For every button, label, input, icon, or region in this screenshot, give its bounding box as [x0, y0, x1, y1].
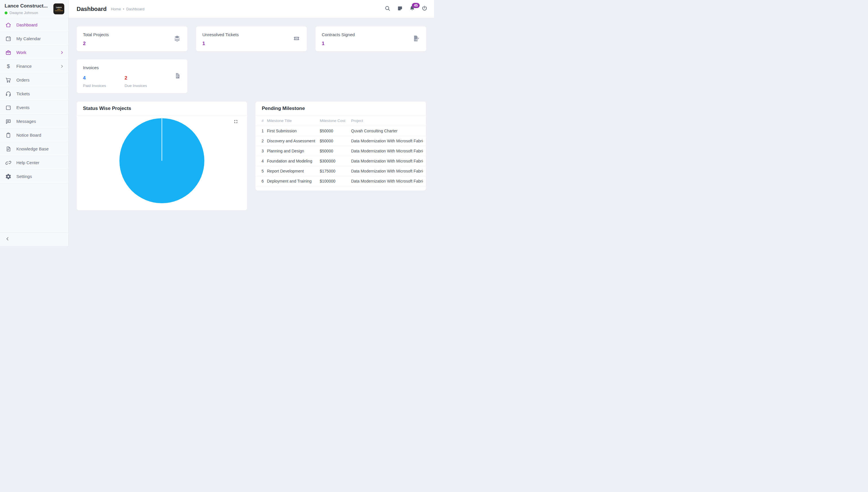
dollar-icon: $: [5, 63, 11, 70]
chevron-right-icon: [60, 50, 64, 55]
invoice-icon: [174, 72, 181, 81]
gear-icon: [5, 173, 11, 180]
paid-invoices-stat: 4 Paid Invoices: [83, 75, 125, 88]
cell-title: Foundation and Modeling: [267, 159, 320, 163]
table-header-row: # Milestone Title Milestone Cost Project: [255, 115, 426, 126]
search-icon: [385, 5, 391, 13]
sidebar-item-label: Messages: [16, 119, 64, 124]
total-projects-card: Total Projects 2: [77, 26, 188, 51]
sidebar-item-tickets[interactable]: Tickets: [0, 87, 68, 101]
table-row: 5 Report Development $175000 Data Modern…: [255, 166, 426, 176]
table-row: 4 Foundation and Modeling $300000 Data M…: [255, 156, 426, 166]
contract-sign-icon: [412, 34, 420, 44]
calendar-event-icon: [5, 104, 11, 111]
org-block: Lance Construct... Dwayne Johnson: [5, 3, 48, 15]
notes-button[interactable]: [396, 5, 403, 13]
fullscreen-icon[interactable]: [234, 119, 238, 125]
breadcrumb-home[interactable]: Home: [111, 7, 121, 11]
file-text-icon: [5, 146, 11, 152]
paid-invoices-value: 4: [83, 75, 125, 81]
pie-chart-wrap: [119, 118, 204, 203]
page-title: Dashboard: [77, 6, 106, 13]
sidebar-item-orders[interactable]: Orders: [0, 73, 68, 87]
cell-project: Data Modernization With Microsoft Fabric: [351, 159, 423, 163]
table-row: 3 Planning and Design $50000 Data Modern…: [255, 146, 426, 156]
cell-cost: $100000: [320, 179, 351, 183]
logout-button[interactable]: [421, 5, 428, 13]
sidebar-item-label: Notice Board: [16, 132, 64, 138]
cell-title: Discovery and Assessment: [267, 139, 320, 143]
clipboard-icon: [5, 132, 11, 138]
sidebar-item-messages[interactable]: Messages: [0, 115, 68, 128]
sidebar-item-settings[interactable]: Settings: [0, 170, 68, 183]
sidebar: Lance Construct... Dwayne Johnson Lance …: [0, 0, 69, 246]
breadcrumb-separator: •: [123, 7, 124, 11]
sidebar-item-finance[interactable]: $ Finance: [0, 59, 68, 73]
column-header-project: Project: [351, 119, 423, 123]
sidebar-item-notice-board[interactable]: Notice Board: [0, 128, 68, 142]
sidebar-item-label: Help Center: [16, 160, 64, 165]
panel-title: Pending Milestone: [262, 106, 305, 112]
breadcrumb-current: Dashboard: [126, 7, 145, 11]
cell-index: 1: [262, 129, 267, 133]
sidebar-item-label: Work: [16, 50, 55, 55]
unresolved-tickets-card: Unresolved Tickets 1: [196, 26, 307, 51]
invoices-card: Invoices 4 Paid Invoices 2 Due Invoices: [77, 59, 188, 93]
notifications-button[interactable]: 45: [408, 5, 416, 13]
column-header-index: #: [262, 119, 267, 123]
sidebar-item-events[interactable]: Events: [0, 101, 68, 115]
note-icon: [397, 5, 403, 13]
total-projects-value: 2: [83, 41, 181, 47]
chevron-right-icon: [60, 64, 64, 69]
contracts-signed-value: 1: [322, 41, 420, 47]
cell-index: 6: [262, 179, 267, 183]
panel-header: Status Wise Projects: [77, 102, 247, 115]
sidebar-collapse-button[interactable]: [0, 232, 68, 246]
layers-icon: [173, 34, 181, 44]
org-logo-line2: Construction: [55, 10, 63, 12]
card-title: Unresolved Tickets: [202, 32, 300, 37]
pending-milestone-panel: Pending Milestone # Milestone Title Mile…: [255, 102, 426, 191]
sidebar-item-label: Finance: [16, 64, 55, 69]
cell-cost: $175000: [320, 169, 351, 173]
column-header-cost: Milestone Cost: [320, 119, 351, 123]
sidebar-item-knowledge-base[interactable]: Knowledge Base: [0, 142, 68, 156]
table-row: 2 Discovery and Assessment $50000 Data M…: [255, 136, 426, 146]
home-icon: [5, 22, 11, 28]
unresolved-tickets-value: 1: [202, 41, 300, 47]
sidebar-nav: Dashboard My Calendar: [0, 18, 68, 183]
cell-cost: $300000: [320, 159, 351, 163]
sidebar-item-label: Settings: [16, 174, 64, 179]
cell-title: Report Development: [267, 169, 320, 173]
cart-icon: [5, 77, 11, 83]
sidebar-item-help-center[interactable]: Help Center: [0, 156, 68, 170]
sidebar-item-label: Orders: [16, 77, 64, 82]
notification-badge: 45: [412, 3, 420, 8]
sidebar-header: Lance Construct... Dwayne Johnson Lance …: [0, 0, 68, 18]
stat-cards-row: Total Projects 2 Unresolved Tickets 1: [77, 26, 426, 51]
briefcase-icon: [5, 49, 11, 56]
ticket-icon: [293, 34, 300, 44]
panels-row: Status Wise Projects: [77, 102, 426, 211]
user-name: Dwayne Johnson: [9, 10, 38, 15]
search-button[interactable]: [384, 5, 391, 13]
paid-invoices-label: Paid Invoices: [83, 83, 125, 88]
cell-title: Deployment and Training: [267, 179, 320, 183]
column-header-title: Milestone Title: [267, 119, 320, 123]
sidebar-item-dashboard[interactable]: Dashboard: [0, 18, 68, 32]
table-row: 1 First Submission $50000 Quvah Consulti…: [255, 126, 426, 136]
cell-project: Data Modernization With Microsoft Fabric: [351, 179, 423, 183]
cell-cost: $50000: [320, 139, 351, 143]
invoice-stats: 4 Paid Invoices 2 Due Invoices: [83, 75, 181, 88]
contracts-signed-card: Contracts Signed 1: [316, 26, 426, 51]
sidebar-item-label: Dashboard: [16, 22, 64, 27]
sidebar-item-work[interactable]: Work: [0, 46, 68, 59]
cell-project: Quvah Consulting Charter: [351, 129, 423, 133]
org-logo-line1: Lance: [56, 6, 62, 8]
cell-title: First Submission: [267, 129, 320, 133]
pie-slice-separator: [162, 118, 162, 161]
sidebar-item-label: Tickets: [16, 91, 64, 96]
sidebar-item-my-calendar[interactable]: My Calendar: [0, 32, 68, 46]
pie-chart-area: [77, 115, 247, 211]
cell-title: Planning and Design: [267, 149, 320, 153]
